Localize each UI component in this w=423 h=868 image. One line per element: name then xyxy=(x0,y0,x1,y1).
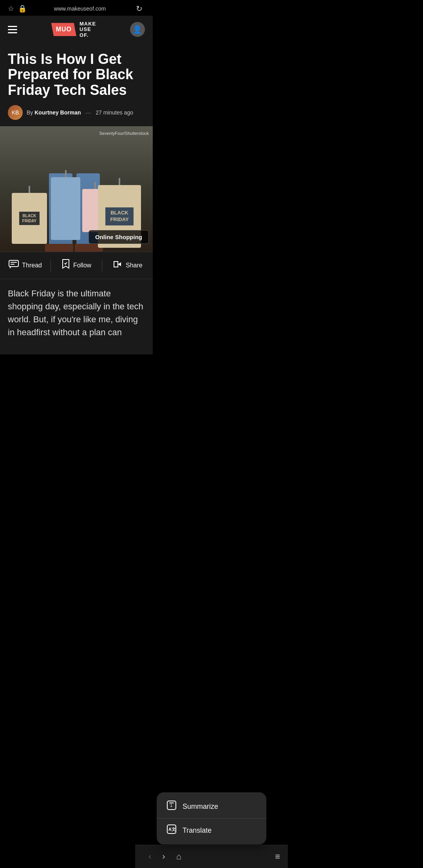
article-body: Black Friday is the ultimate shopping da… xyxy=(0,279,153,354)
thread-label: Thread xyxy=(22,262,42,269)
author-name[interactable]: Kourtney Borman xyxy=(34,109,81,116)
status-bar: ☆ 🔒 www.makeuseof.com ↻ xyxy=(0,0,153,16)
share-button[interactable]: Share xyxy=(102,253,153,278)
lock-icon: 🔒 xyxy=(18,4,27,13)
article-intro: Black Friday is the ultimate shopping da… xyxy=(8,287,145,339)
site-header: MUO MAKE USE OF. 👤 xyxy=(0,16,153,44)
logo-line3: OF. xyxy=(80,33,96,38)
url-bar[interactable]: www.makeuseof.com xyxy=(27,5,133,12)
author-prefix: By xyxy=(27,109,33,116)
shopping-bag-2 xyxy=(51,170,80,240)
thread-button[interactable]: Thread xyxy=(0,253,51,278)
author-avatar: KB xyxy=(8,105,23,120)
user-icon: 👤 xyxy=(132,25,142,34)
site-logo[interactable]: MUO MAKE USE OF. xyxy=(51,21,96,38)
hero-image: BLACKFRIDAY BLACKFRIDAY SeventyFour/Shut… xyxy=(0,126,153,252)
thread-icon xyxy=(9,260,19,271)
follow-icon xyxy=(61,259,70,272)
user-account-button[interactable]: 👤 xyxy=(130,22,145,37)
star-icon: ☆ xyxy=(8,4,14,13)
svg-rect-0 xyxy=(9,260,18,267)
action-bar: Thread Follow Share xyxy=(0,252,153,279)
share-icon xyxy=(112,260,123,271)
logo-line2: USE xyxy=(80,27,96,32)
photo-credit: SeventyFour/Shutterstock xyxy=(99,131,149,136)
logo-line1: MAKE xyxy=(80,21,96,27)
author-row: KB By Kourtney Borman — 27 minutes ago xyxy=(8,105,145,120)
category-tag[interactable]: Online Shopping xyxy=(89,230,149,244)
follow-button[interactable]: Follow xyxy=(51,252,101,279)
share-label: Share xyxy=(126,262,143,269)
follow-label: Follow xyxy=(73,262,91,269)
shopping-bag-1: BLACKFRIDAY xyxy=(12,186,47,244)
article-title-area: This Is How I Get Prepared for Black Fri… xyxy=(0,44,153,126)
logo-text: MAKE USE OF. xyxy=(80,21,96,38)
hamburger-menu-button[interactable] xyxy=(8,26,17,33)
logo-badge: MUO xyxy=(51,23,76,36)
refresh-icon[interactable]: ↻ xyxy=(133,4,145,13)
article-timestamp: 27 minutes ago xyxy=(96,109,133,116)
status-bar-left: ☆ 🔒 xyxy=(8,4,27,13)
author-meta: By Kourtney Borman — 27 minutes ago xyxy=(27,109,133,116)
article-title: This Is How I Get Prepared for Black Fri… xyxy=(8,51,145,98)
